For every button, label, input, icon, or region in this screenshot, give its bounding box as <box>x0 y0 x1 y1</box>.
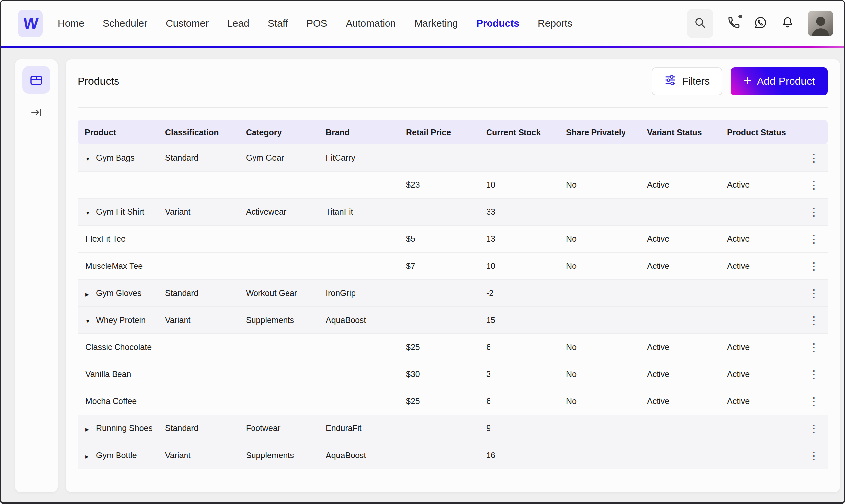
search-icon <box>694 17 706 30</box>
kebab-menu-icon[interactable] <box>805 259 822 273</box>
kebab-menu-icon[interactable] <box>805 233 822 246</box>
notifications-button[interactable] <box>781 16 794 31</box>
row-actions-cell <box>800 233 828 246</box>
kebab-menu-icon[interactable] <box>805 314 822 327</box>
table-row[interactable]: $23 10 No Active Active <box>77 172 828 199</box>
product-name: Whey Protein <box>96 315 145 325</box>
kebab-menu-icon[interactable] <box>805 151 822 165</box>
classification-cell: Variant <box>158 207 239 217</box>
filters-button[interactable]: Filters <box>652 67 722 95</box>
nav-item[interactable]: Marketing <box>414 18 458 29</box>
expand-caret-icon[interactable] <box>86 288 93 298</box>
product-name-cell: Mocha Coffee <box>77 396 158 406</box>
products-panel: Products Filters + Add Product <box>66 59 840 492</box>
product-status-cell: Active <box>720 342 800 352</box>
category-cell: Activewear <box>239 207 318 217</box>
current-stock-cell: 10 <box>479 180 559 190</box>
table-row[interactable]: Vanilla Bean $30 3 No Active Active <box>77 361 828 388</box>
row-actions-cell <box>800 151 828 165</box>
whatsapp-icon <box>754 16 768 31</box>
nav-item[interactable]: POS <box>306 18 327 29</box>
product-name: Classic Chocolate <box>86 342 152 352</box>
table-body: Gym Bags Standard Gym Gear FitCarry <box>77 144 828 469</box>
kebab-menu-icon[interactable] <box>805 178 822 192</box>
user-avatar[interactable] <box>808 11 833 36</box>
sidebar-item-products[interactable] <box>22 66 50 94</box>
nav-item[interactable]: Staff <box>268 18 288 29</box>
filters-sliders-icon <box>664 74 677 89</box>
page-content: Products Filters + Add Product <box>1 48 844 502</box>
current-stock-cell: 6 <box>479 396 559 406</box>
retail-price-cell: $7 <box>399 261 479 271</box>
search-button[interactable] <box>687 9 713 38</box>
table-row[interactable]: Mocha Coffee $25 6 No Active Active <box>77 388 828 415</box>
kebab-menu-icon[interactable] <box>805 422 822 435</box>
kebab-menu-icon[interactable] <box>805 287 822 300</box>
table-row[interactable]: Running Shoes Standard Footwear EnduraFi… <box>77 415 828 442</box>
kebab-menu-icon[interactable] <box>805 395 822 408</box>
brand-logo[interactable]: W <box>18 10 42 37</box>
expand-caret-icon[interactable] <box>86 424 93 433</box>
product-status-cell: Active <box>720 180 800 190</box>
add-product-button[interactable]: + Add Product <box>731 67 828 95</box>
table-row[interactable]: Gym Gloves Standard Workout Gear IronGri… <box>77 280 828 307</box>
table-row[interactable]: Gym Fit Shirt Variant Activewear TitanFi… <box>77 199 828 226</box>
phone-button[interactable] <box>726 16 740 31</box>
classification-cell: Standard <box>158 288 239 298</box>
share-privately-cell: No <box>559 261 640 271</box>
nav-item[interactable]: Lead <box>227 18 249 29</box>
filters-button-label: Filters <box>682 75 710 87</box>
row-actions-cell <box>800 395 828 408</box>
expand-caret-icon[interactable] <box>86 451 93 460</box>
brand-cell: EnduraFit <box>318 424 399 433</box>
nav-item[interactable]: Automation <box>346 18 396 29</box>
product-name-cell: Whey Protein <box>77 315 158 325</box>
table-row[interactable]: MuscleMax Tee $7 10 No Active Active <box>77 253 828 280</box>
app-window: W Home Scheduler Customer Lead Staff POS… <box>0 0 845 504</box>
table-row[interactable]: Whey Protein Variant Supplements AquaBoo… <box>77 307 828 334</box>
expand-caret-icon[interactable] <box>86 153 93 163</box>
nav-item[interactable]: Products <box>476 18 519 29</box>
kebab-menu-icon[interactable] <box>805 341 822 354</box>
table-row[interactable]: FlexFit Tee $5 13 No Active Active <box>77 226 828 253</box>
expand-caret-icon[interactable] <box>86 315 93 325</box>
column-header: Product <box>77 128 158 137</box>
nav-item[interactable]: Customer <box>166 18 209 29</box>
table-header-row: Product Classification Category Brand Re… <box>77 120 828 144</box>
product-name-cell: Vanilla Bean <box>77 370 158 379</box>
sidebar-expand-button[interactable] <box>28 106 45 120</box>
current-stock-cell: -2 <box>479 288 559 298</box>
nav-item[interactable]: Reports <box>538 18 573 29</box>
product-name: Mocha Coffee <box>86 396 137 406</box>
top-nav: W Home Scheduler Customer Lead Staff POS… <box>1 1 844 46</box>
share-privately-cell: No <box>559 342 640 352</box>
whatsapp-button[interactable] <box>754 16 768 31</box>
share-privately-cell: No <box>559 234 640 244</box>
package-icon <box>29 72 44 88</box>
category-cell: Supplements <box>239 451 318 460</box>
category-cell: Supplements <box>239 315 318 325</box>
kebab-menu-icon[interactable] <box>805 205 822 219</box>
current-stock-cell: 33 <box>479 207 559 217</box>
kebab-menu-icon[interactable] <box>805 449 822 462</box>
nav-item[interactable]: Home <box>58 18 84 29</box>
nav-actions <box>687 9 833 38</box>
column-header: Classification <box>158 128 239 137</box>
brand-cell: TitanFit <box>318 207 399 217</box>
product-name-cell: Gym Bags <box>77 153 158 163</box>
current-stock-cell: 9 <box>479 424 559 433</box>
kebab-menu-icon[interactable] <box>805 368 822 381</box>
retail-price-cell: $25 <box>399 342 479 352</box>
product-name: FlexFit Tee <box>86 234 126 244</box>
products-table: Product Classification Category Brand Re… <box>77 120 828 469</box>
variant-status-cell: Active <box>640 234 720 244</box>
expand-caret-icon[interactable] <box>86 207 93 217</box>
table-row[interactable]: Gym Bottle Variant Supplements AquaBoost… <box>77 442 828 469</box>
table-row[interactable]: Gym Bags Standard Gym Gear FitCarry <box>77 144 828 172</box>
row-actions-cell <box>800 314 828 327</box>
table-row[interactable]: Classic Chocolate $25 6 No Active Active <box>77 334 828 361</box>
column-header: Retail Price <box>399 128 479 137</box>
column-header: Current Stock <box>479 128 559 137</box>
phone-notification-dot <box>738 15 742 18</box>
nav-item[interactable]: Scheduler <box>103 18 147 29</box>
